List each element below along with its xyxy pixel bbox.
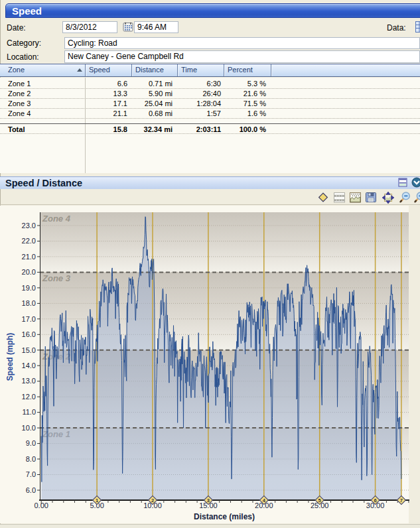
- svg-text:17.0: 17.0: [22, 315, 36, 323]
- svg-text:7: 7: [400, 497, 403, 503]
- svg-text:13.0: 13.0: [22, 377, 36, 385]
- svg-text:16.0: 16.0: [22, 330, 36, 338]
- svg-text:20.0: 20.0: [22, 268, 36, 276]
- svg-text:Distance (miles): Distance (miles): [194, 512, 255, 521]
- svg-text:6: 6: [374, 497, 377, 503]
- svg-text:11.0: 11.0: [22, 408, 36, 416]
- svg-text:3: 3: [207, 497, 210, 503]
- svg-text:15.0: 15.0: [22, 346, 36, 354]
- svg-text:Zone 4: Zone 4: [42, 214, 71, 224]
- svg-text:18.0: 18.0: [22, 299, 36, 307]
- svg-text:6.0: 6.0: [26, 486, 36, 494]
- svg-text:Speed (mph): Speed (mph): [5, 333, 15, 381]
- svg-text:22.0: 22.0: [22, 237, 36, 245]
- svg-text:21.0: 21.0: [22, 253, 36, 261]
- svg-text:5: 5: [318, 497, 321, 503]
- svg-text:2: 2: [151, 497, 154, 503]
- svg-text:1: 1: [96, 497, 98, 503]
- svg-text:12.0: 12.0: [22, 393, 36, 401]
- svg-text:10.0: 10.0: [22, 424, 36, 432]
- svg-text:23.0: 23.0: [22, 222, 36, 230]
- svg-text:9.0: 9.0: [26, 439, 36, 447]
- svg-text:8.0: 8.0: [26, 455, 36, 463]
- svg-text:Zone 3: Zone 3: [42, 273, 71, 283]
- svg-text:19.0: 19.0: [22, 284, 36, 292]
- svg-text:14.0: 14.0: [22, 362, 36, 369]
- svg-text:7.0: 7.0: [26, 470, 36, 478]
